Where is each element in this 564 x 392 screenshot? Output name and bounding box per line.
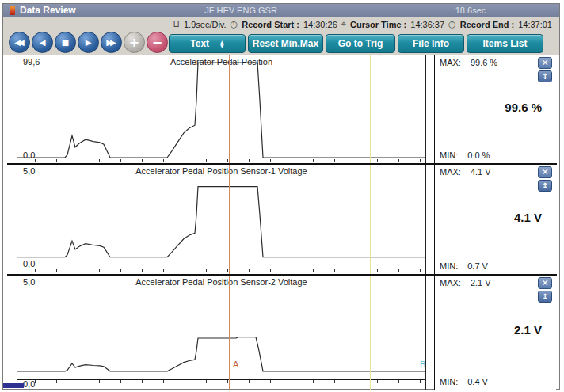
close-channel-icon[interactable]: ✕ (538, 166, 552, 178)
value-panel: MAX:99.6 % 99.6 % MIN:0.0 % ✕ ↕ (434, 55, 556, 163)
cursor-trigger-line[interactable] (370, 55, 371, 163)
step-back-icon: ◀ (40, 38, 46, 47)
reset-minmax-button[interactable]: Reset Min.Max (248, 34, 323, 53)
close-channel-icon[interactable]: ✕ (538, 57, 552, 69)
move-channel-icon[interactable]: ↕ (538, 180, 552, 192)
zero-axis (17, 158, 425, 158)
max-value: 2.1 V (471, 278, 491, 287)
cursor-crosshair-icon: ⌖ (341, 19, 346, 29)
chart-row-accel-pedal-position: Accelerator Pedal Position 99,6 0,0 MAX:… (7, 55, 557, 165)
playback-controls: ◀◀◀■▶▶▶+− (9, 32, 168, 53)
min-value: 0.4 V (467, 377, 488, 386)
record-info-bar: ⊔ 1.9sec/Div. ◷ Record Start : 14:30:26 … (3, 17, 559, 31)
div-scale-icon: ⊔ (173, 19, 180, 29)
play-button[interactable]: ▶ (78, 32, 99, 53)
clock-icon: ◷ (231, 19, 238, 29)
current-reading: 99.6 % (505, 101, 542, 114)
cursor-b-line[interactable] (425, 276, 425, 390)
cursor-a-line[interactable] (229, 55, 230, 163)
cursor-time-value: 14:36:37 (410, 20, 444, 29)
text-mode-label: Text (190, 38, 209, 49)
step-back-button[interactable]: ◀ (32, 32, 53, 53)
waveform-trace (17, 55, 426, 163)
cursor-trigger-line[interactable] (370, 276, 371, 390)
chart-plot[interactable]: Accelerator Pedal Position 99,6 0,0 (17, 55, 426, 163)
cursor-a-line[interactable] (229, 165, 230, 274)
chart-plot[interactable]: Accelerator Pedal Position Sensor-1 Volt… (17, 165, 426, 274)
play-icon: ▶ (86, 38, 92, 47)
spinner-icon: ▲▼ (220, 40, 224, 48)
chart-plot[interactable]: Accelerator Pedal Position Sensor-2 Volt… (17, 276, 426, 390)
clock-icon: ◷ (448, 19, 456, 29)
cursor-a-label: A (233, 360, 238, 369)
record-start-label: Record Start : (242, 20, 299, 29)
chart-title: Accelerator Pedal Position (17, 57, 425, 67)
page-title: Data Review (20, 5, 76, 16)
min-value: 0.0 % (467, 150, 490, 160)
go-to-trig-button[interactable]: Go to Trig (326, 34, 395, 53)
loaded-file-name: JF HEV ENG.GSR (158, 6, 324, 15)
scale-min-label: 0,0 (23, 259, 35, 268)
zoom-out-button[interactable]: − (147, 32, 168, 53)
scale-max-label: 5,0 (23, 166, 35, 176)
charts-region: Accelerator Pedal Position 99,6 0,0 MAX:… (7, 55, 557, 389)
current-reading: 2.1 V (514, 323, 542, 337)
file-info-button[interactable]: File Info (398, 34, 464, 53)
items-list-button[interactable]: Items List (467, 34, 543, 53)
waveform-trace (17, 276, 426, 390)
min-label: MIN: (440, 261, 458, 271)
cursor-b-line[interactable] (425, 165, 425, 274)
app-icon (10, 6, 15, 15)
record-end-label: Record End : (460, 20, 514, 29)
chart-title: Accelerator Pedal Position Sensor-1 Volt… (17, 166, 425, 176)
zoom-in-icon: + (129, 35, 139, 50)
corner-chip (3, 383, 24, 388)
zoom-out-icon: − (152, 35, 162, 50)
cursor-time-label: Cursor Time : (350, 20, 406, 29)
move-channel-icon[interactable]: ↕ (538, 291, 552, 303)
chart-title: Accelerator Pedal Position Sensor-2 Volt… (17, 277, 425, 287)
record-end-value: 14:37:01 (518, 20, 552, 29)
cursor-trigger-line[interactable] (370, 165, 371, 274)
max-label: MAX: (440, 167, 461, 177)
fast-forward-button[interactable]: ▶▶ (101, 32, 122, 53)
close-channel-icon[interactable]: ✕ (538, 277, 552, 289)
text-mode-button[interactable]: Text ▲▼ (169, 34, 246, 53)
time-per-div: 1.9sec/Div. (184, 20, 227, 29)
record-start-value: 14:30:26 (303, 20, 337, 29)
scale-max-label: 5,0 (23, 277, 35, 287)
min-label: MIN: (440, 150, 458, 160)
fast-rewind-button[interactable]: ◀◀ (9, 32, 30, 53)
stop-button[interactable]: ■ (55, 32, 76, 53)
waveform-trace (17, 165, 426, 274)
current-reading: 4.1 V (514, 211, 542, 224)
cursor-b-line[interactable] (425, 55, 425, 163)
max-value: 4.1 V (471, 167, 491, 177)
scale-min-label: 0,0 (23, 150, 35, 160)
min-value: 0.7 V (467, 261, 488, 271)
zoom-in-button[interactable]: + (124, 32, 145, 53)
max-label: MAX: (440, 278, 461, 287)
scale-max-label: 99,6 (23, 57, 40, 67)
chart-row-sensor1-voltage: Accelerator Pedal Position Sensor-1 Volt… (7, 165, 557, 276)
value-panel: MAX:2.1 V 2.1 V MIN:0.4 V ✕ ↕ (434, 276, 556, 390)
cursor-a-line[interactable] (229, 276, 230, 390)
fast-rewind-icon: ◀◀ (14, 38, 21, 47)
scale-min-label: 0,0 (23, 379, 35, 389)
data-review-window: Data Review JF HEV ENG.GSR 18.6sec ⊔ 1.9… (2, 3, 560, 390)
stop-icon: ■ (62, 38, 69, 47)
title-bar: Data Review JF HEV ENG.GSR 18.6sec (3, 4, 559, 17)
chart-row-sensor2-voltage: Accelerator Pedal Position Sensor-2 Volt… (7, 276, 557, 390)
elapsed-time: 18.6sec (427, 6, 514, 15)
max-label: MAX: (440, 58, 461, 67)
max-value: 99.6 % (471, 58, 497, 67)
value-panel: MAX:4.1 V 4.1 V MIN:0.7 V ✕ ↕ (434, 165, 556, 274)
move-channel-icon[interactable]: ↕ (538, 70, 552, 82)
min-label: MIN: (440, 377, 458, 386)
toolbar: ◀◀◀■▶▶▶+− Text ▲▼ Reset Min.Max Go to Tr… (3, 31, 559, 55)
fast-forward-icon: ▶▶ (106, 38, 113, 47)
